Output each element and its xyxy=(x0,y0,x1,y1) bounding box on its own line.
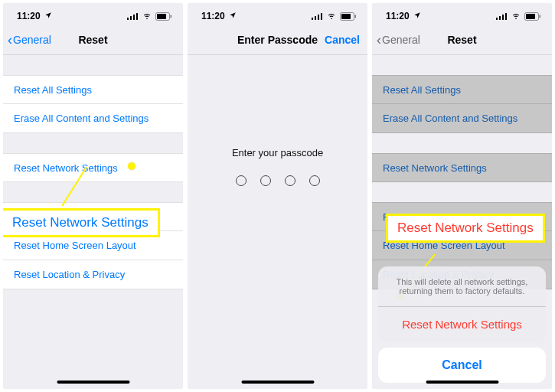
location-arrow-icon xyxy=(229,11,237,21)
svg-rect-6 xyxy=(171,15,172,18)
status-time: 11:20 xyxy=(201,11,225,21)
wifi-icon xyxy=(326,12,337,20)
screen-reset-list: 11:20 ‹ General Reset Reset All Settings… xyxy=(3,3,183,389)
cellular-icon xyxy=(312,12,323,20)
svg-rect-19 xyxy=(526,14,535,19)
cancel-button[interactable]: Cancel xyxy=(378,348,546,383)
back-label: General xyxy=(13,34,51,46)
annotation-callout: Reset Network Settings xyxy=(3,208,160,237)
location-arrow-icon xyxy=(413,11,421,21)
battery-icon xyxy=(524,12,541,21)
passcode-dot[interactable] xyxy=(260,175,271,186)
passcode-dot[interactable] xyxy=(285,175,295,186)
back-label: General xyxy=(382,34,420,46)
cellular-icon xyxy=(496,12,508,20)
row-reset-all-settings[interactable]: Reset All Settings xyxy=(372,75,552,104)
nav-bar: ‹ General Reset xyxy=(3,24,183,55)
svg-rect-20 xyxy=(540,15,541,18)
svg-rect-14 xyxy=(496,18,498,20)
home-indicator[interactable] xyxy=(426,381,498,384)
nav-bar: ‹ General Reset xyxy=(372,24,552,55)
confirm-reset-button[interactable]: Reset Network Settings xyxy=(378,306,546,341)
row-reset-network-settings[interactable]: Reset Network Settings xyxy=(3,153,183,182)
svg-rect-15 xyxy=(499,16,501,20)
battery-icon xyxy=(155,12,172,21)
passcode-prompt: Enter your passcode xyxy=(188,147,367,158)
location-arrow-icon xyxy=(44,11,52,21)
reset-list: Reset All Settings Erase All Content and… xyxy=(3,55,183,389)
svg-rect-7 xyxy=(312,18,313,20)
status-time: 11:20 xyxy=(17,11,41,21)
svg-rect-17 xyxy=(505,13,507,20)
status-bar: 11:20 xyxy=(3,3,183,24)
action-sheet-message: This will delete all network settings, r… xyxy=(378,266,546,306)
back-button[interactable]: ‹ General xyxy=(8,33,51,47)
passcode-content: Enter your passcode xyxy=(188,55,367,389)
row-reset-all-settings[interactable]: Reset All Settings xyxy=(3,75,183,104)
nav-title: Reset xyxy=(78,34,107,46)
annotation-callout: Reset Network Settings xyxy=(386,214,545,243)
screen-enter-passcode: 11:20 Enter Passcode Cancel Enter your p… xyxy=(188,3,367,389)
svg-rect-3 xyxy=(136,13,138,20)
chevron-left-icon: ‹ xyxy=(377,33,381,47)
svg-rect-0 xyxy=(127,18,129,20)
status-time: 11:20 xyxy=(386,11,410,21)
battery-icon xyxy=(340,12,357,21)
wifi-icon xyxy=(511,12,521,20)
nav-title: Enter Passcode xyxy=(237,34,318,46)
row-erase-all-content[interactable]: Erase All Content and Settings xyxy=(3,104,183,133)
row-reset-location-privacy[interactable]: Reset Location & Privacy xyxy=(3,260,183,289)
annotation-dot xyxy=(128,162,135,170)
svg-rect-10 xyxy=(321,13,322,20)
status-bar: 11:20 xyxy=(372,3,552,24)
chevron-left-icon: ‹ xyxy=(8,33,12,47)
back-button[interactable]: ‹ General xyxy=(377,33,420,47)
status-bar: 11:20 xyxy=(188,3,367,24)
home-indicator[interactable] xyxy=(241,381,314,384)
action-sheet: This will delete all network settings, r… xyxy=(378,266,546,383)
home-indicator[interactable] xyxy=(57,381,129,384)
svg-rect-8 xyxy=(315,16,316,20)
wifi-icon xyxy=(142,12,152,20)
row-reset-network-settings[interactable]: Reset Network Settings xyxy=(372,153,552,182)
svg-rect-5 xyxy=(157,14,166,19)
nav-title: Reset xyxy=(447,34,476,46)
passcode-dot[interactable] xyxy=(309,175,320,186)
svg-rect-13 xyxy=(355,15,357,18)
svg-rect-2 xyxy=(133,15,135,20)
row-erase-all-content[interactable]: Erase All Content and Settings xyxy=(372,104,552,133)
svg-rect-9 xyxy=(318,15,319,20)
cancel-button[interactable]: Cancel xyxy=(325,34,360,46)
action-sheet-body: This will delete all network settings, r… xyxy=(378,266,546,341)
svg-rect-1 xyxy=(130,16,132,20)
svg-rect-16 xyxy=(502,15,504,20)
cellular-icon xyxy=(127,12,139,20)
nav-bar: Enter Passcode Cancel xyxy=(188,24,367,55)
passcode-dot[interactable] xyxy=(236,175,246,186)
screen-confirm-sheet: 11:20 ‹ General Reset Reset All Settings… xyxy=(372,3,552,389)
svg-rect-12 xyxy=(341,14,351,19)
passcode-dots xyxy=(188,175,367,186)
